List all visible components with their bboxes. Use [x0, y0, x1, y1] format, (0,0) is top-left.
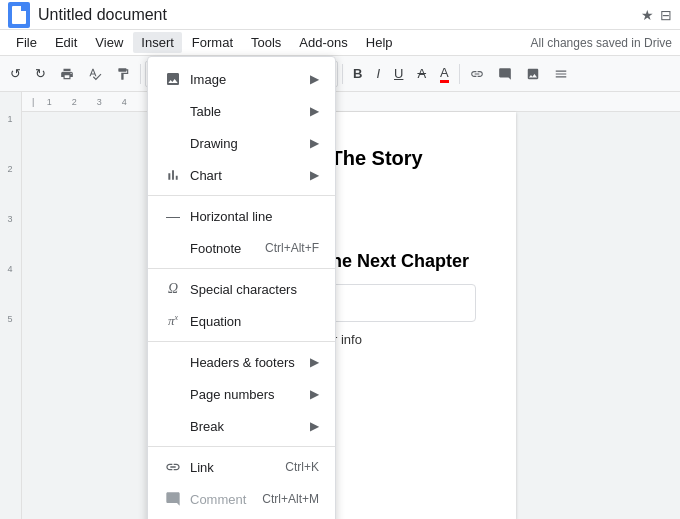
menu-item-special-chars[interactable]: Ω Special characters — [148, 273, 335, 305]
separator-1 — [148, 195, 335, 196]
menu-item-headers[interactable]: Headers & footers ▶ — [148, 346, 335, 378]
table-arrow: ▶ — [310, 104, 319, 118]
menu-insert[interactable]: Insert — [133, 32, 182, 53]
link-shortcut: Ctrl+K — [285, 460, 319, 474]
menu-item-table[interactable]: Table ▶ — [148, 95, 335, 127]
menu-format[interactable]: Format — [184, 32, 241, 53]
footnote-shortcut: Ctrl+Alt+F — [265, 241, 319, 255]
menu-help[interactable]: Help — [358, 32, 401, 53]
document-title[interactable]: Untitled document — [38, 6, 641, 24]
menu-item-footnote[interactable]: Footnote Ctrl+Alt+F — [148, 232, 335, 264]
chart-label: Chart — [190, 168, 302, 183]
align-button[interactable] — [548, 63, 574, 85]
equation-icon: πx — [164, 312, 182, 330]
drawing-menu-icon — [164, 134, 182, 152]
google-docs-icon — [8, 2, 30, 28]
menu-item-image[interactable]: Image ▶ — [148, 63, 335, 95]
spellcheck-button[interactable] — [82, 63, 108, 85]
image-label: Image — [190, 72, 302, 87]
menu-edit[interactable]: Edit — [47, 32, 85, 53]
paint-format-button[interactable] — [110, 63, 136, 85]
footnote-menu-icon — [164, 239, 182, 257]
ruler-numbers: 1 2 3 4 5 — [0, 112, 20, 362]
toolbar: ↺ ↻ Arial 16 B I U A A — [0, 56, 680, 92]
drawing-arrow: ▶ — [310, 136, 319, 150]
menu-tools[interactable]: Tools — [243, 32, 289, 53]
menu-item-break[interactable]: Break ▶ — [148, 410, 335, 442]
toolbar-separator-3 — [342, 64, 343, 84]
hline-label: Horizontal line — [190, 209, 319, 224]
table-menu-icon — [164, 102, 182, 120]
headers-arrow: ▶ — [310, 355, 319, 369]
title-bar: Untitled document ★ ⊟ — [0, 0, 680, 30]
footnote-label: Footnote — [190, 241, 249, 256]
ruler-num-5: 5 — [7, 312, 12, 362]
menu-addons[interactable]: Add-ons — [291, 32, 355, 53]
menu-item-hline[interactable]: — Horizontal line — [148, 200, 335, 232]
menu-file[interactable]: File — [8, 32, 45, 53]
bold-button[interactable]: B — [347, 62, 368, 85]
table-label: Table — [190, 104, 302, 119]
menu-bar: File Edit View Insert Format Tools Add-o… — [0, 30, 680, 56]
toolbar-separator-1 — [140, 64, 141, 84]
ruler-num-4: 4 — [7, 262, 12, 312]
text-color-button[interactable]: A — [434, 61, 455, 87]
insert-image-button[interactable] — [520, 63, 546, 85]
link-button[interactable] — [464, 63, 490, 85]
pagenums-arrow: ▶ — [310, 387, 319, 401]
redo-button[interactable]: ↻ — [29, 62, 52, 85]
image-arrow: ▶ — [310, 72, 319, 86]
toolbar-separator-4 — [459, 64, 460, 84]
pagenums-icon — [164, 385, 182, 403]
break-label: Break — [190, 419, 302, 434]
italic-button[interactable]: I — [370, 62, 386, 85]
menu-item-chart[interactable]: Chart ▶ — [148, 159, 335, 191]
equation-label: Equation — [190, 314, 319, 329]
saved-status: All changes saved in Drive — [531, 36, 672, 50]
separator-2 — [148, 268, 335, 269]
image-menu-icon — [164, 70, 182, 88]
break-arrow: ▶ — [310, 419, 319, 433]
print-button[interactable] — [54, 63, 80, 85]
document-body: 1 2 3 4 5 | 1 2 3 4 Chapter 1: The Story… — [0, 92, 680, 519]
title-icons: ★ ⊟ — [641, 7, 672, 23]
left-ruler: 1 2 3 4 5 — [0, 92, 22, 519]
comment-shortcut: Ctrl+Alt+M — [262, 492, 319, 506]
underline-button[interactable]: U — [388, 62, 409, 85]
page-area: | 1 2 3 4 Chapter 1: The Story Begins t … — [22, 92, 680, 519]
ruler-num-3: 3 — [7, 212, 12, 262]
menu-view[interactable]: View — [87, 32, 131, 53]
hline-menu-icon: — — [164, 207, 182, 225]
special-chars-icon: Ω — [164, 280, 182, 298]
headers-icon — [164, 353, 182, 371]
comment-menu-icon — [164, 490, 182, 508]
undo-button[interactable]: ↺ — [4, 62, 27, 85]
separator-3 — [148, 341, 335, 342]
break-icon — [164, 417, 182, 435]
comment-label: Comment — [190, 492, 246, 507]
special-chars-label: Special characters — [190, 282, 319, 297]
menu-item-link[interactable]: Link Ctrl+K — [148, 451, 335, 483]
strikethrough-button[interactable]: A — [411, 62, 432, 85]
chart-arrow: ▶ — [310, 168, 319, 182]
pagenums-label: Page numbers — [190, 387, 302, 402]
link-menu-icon — [164, 458, 182, 476]
history-icon[interactable]: ⊟ — [660, 7, 672, 23]
separator-4 — [148, 446, 335, 447]
headers-label: Headers & footers — [190, 355, 302, 370]
menu-item-pagenums[interactable]: Page numbers ▶ — [148, 378, 335, 410]
link-label: Link — [190, 460, 269, 475]
menu-item-equation[interactable]: πx Equation — [148, 305, 335, 337]
insert-dropdown-menu: Image ▶ Table ▶ Drawing ▶ Chart ▶ — Hori… — [147, 56, 336, 519]
drawing-label: Drawing — [190, 136, 302, 151]
ruler-num-1: 1 — [7, 112, 12, 162]
chart-menu-icon — [164, 166, 182, 184]
menu-item-comment: Comment Ctrl+Alt+M — [148, 483, 335, 515]
comment-button[interactable] — [492, 63, 518, 85]
top-ruler: | 1 2 3 4 — [22, 92, 680, 112]
menu-item-drawing[interactable]: Drawing ▶ — [148, 127, 335, 159]
star-icon[interactable]: ★ — [641, 7, 654, 23]
ruler-num-2: 2 — [7, 162, 12, 212]
